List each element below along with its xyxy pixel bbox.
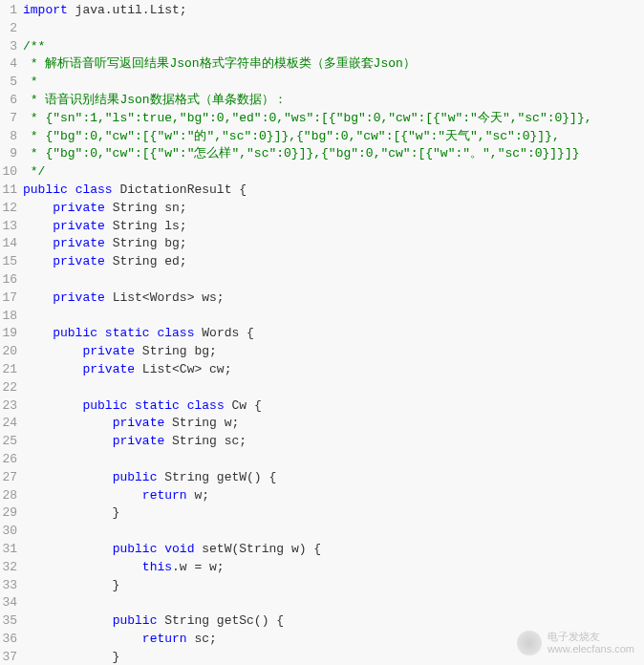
- code-line[interactable]: * {"sn":1,"ls":true,"bg":0,"ed":0,"ws":[…: [23, 110, 644, 128]
- token-kw: private: [113, 416, 165, 430]
- line-number: 32: [0, 559, 17, 577]
- code-line[interactable]: * {"bg":0,"cw":[{"w":"怎么样","sc":0}]},{"b…: [23, 145, 644, 163]
- token-kw: private: [113, 434, 165, 448]
- code-line[interactable]: }: [23, 577, 644, 595]
- watermark-text: 电子发烧友 www.elecfans.com: [547, 631, 634, 655]
- line-number: 26: [0, 451, 17, 469]
- code-line[interactable]: * 解析语音听写返回结果Json格式字符串的模板类（多重嵌套Json）: [23, 55, 644, 74]
- line-number: 14: [0, 235, 17, 253]
- token-comment: * {"bg":0,"cw":[{"w":"怎么样","sc":0}]},{"b…: [23, 146, 580, 161]
- token-kw: private: [53, 254, 105, 268]
- line-number: 21: [0, 361, 17, 379]
- line-number: 3: [0, 38, 17, 56]
- line-number: 2: [0, 20, 17, 38]
- code-line[interactable]: [23, 271, 644, 290]
- line-number: 16: [0, 271, 17, 290]
- token-comment: */: [23, 164, 45, 179]
- code-line[interactable]: return w;: [23, 487, 644, 505]
- line-number: 13: [0, 218, 17, 236]
- token-kw: static: [105, 326, 150, 340]
- line-number: 8: [0, 128, 17, 146]
- code-line[interactable]: private String w;: [23, 415, 644, 433]
- code-line[interactable]: private List<Words> ws;: [23, 290, 644, 308]
- line-number: 36: [0, 631, 17, 649]
- line-number: 5: [0, 74, 17, 92]
- token-kw: public: [53, 326, 97, 340]
- code-line[interactable]: private String ed;: [23, 253, 644, 271]
- token-comment: /**: [23, 39, 45, 54]
- code-line[interactable]: */: [23, 163, 644, 182]
- line-number: 7: [0, 110, 17, 128]
- token-kw: void: [164, 542, 194, 556]
- token-kw: return: [142, 632, 187, 646]
- code-line[interactable]: import java.util.List;: [23, 2, 644, 20]
- line-gutter: 1234567891011121314151617181920212223242…: [0, 2, 23, 665]
- line-number: 20: [0, 343, 17, 361]
- code-line[interactable]: public String getSc() {: [23, 612, 644, 631]
- code-line[interactable]: this.w = w;: [23, 559, 644, 577]
- token-comment: * 语音识别结果Json数据格式（单条数据）：: [23, 93, 287, 107]
- code-line[interactable]: [23, 451, 644, 469]
- line-number: 4: [0, 55, 17, 74]
- token-kw: this: [142, 560, 172, 574]
- line-number: 28: [0, 487, 17, 505]
- line-number: 29: [0, 504, 17, 523]
- token-comment: * 解析语音听写返回结果Json格式字符串的模板类（多重嵌套Json）: [23, 56, 416, 71]
- code-line[interactable]: private String sc;: [23, 433, 644, 451]
- code-line[interactable]: * 语音识别结果Json数据格式（单条数据）：: [23, 92, 644, 110]
- line-number: 1: [0, 2, 17, 20]
- code-line[interactable]: [23, 594, 644, 612]
- token-kw: private: [53, 236, 105, 250]
- code-line[interactable]: public class DictationResult {: [23, 182, 644, 200]
- line-number: 27: [0, 469, 17, 487]
- code-line[interactable]: private String bg;: [23, 343, 644, 361]
- code-line[interactable]: private String bg;: [23, 235, 644, 253]
- token-kw: private: [53, 201, 105, 215]
- code-line[interactable]: public void setW(String w) {: [23, 541, 644, 559]
- token-comment: * {"bg":0,"cw":[{"w":"的","sc":0}]},{"bg"…: [23, 129, 560, 143]
- line-number: 6: [0, 92, 17, 110]
- line-number: 34: [0, 594, 17, 612]
- token-kw: public: [113, 613, 158, 628]
- line-number: 22: [0, 379, 17, 397]
- code-line[interactable]: public static class Cw {: [23, 397, 644, 416]
- token-kw: public: [113, 470, 158, 484]
- watermark-icon: [517, 631, 542, 655]
- line-number: 31: [0, 541, 17, 559]
- token-comment: *: [23, 75, 38, 89]
- code-line[interactable]: public static class Words {: [23, 325, 644, 343]
- line-number: 17: [0, 290, 17, 308]
- line-number: 30: [0, 523, 17, 541]
- token-kw: import: [23, 3, 68, 17]
- line-number: 25: [0, 433, 17, 451]
- code-area[interactable]: import java.util.List; /** * 解析语音听写返回结果J…: [23, 2, 644, 665]
- code-line[interactable]: [23, 20, 644, 38]
- token-kw: private: [53, 290, 105, 305]
- watermark-url: www.elecfans.com: [547, 643, 634, 655]
- line-number: 33: [0, 577, 17, 595]
- code-line[interactable]: public String getW() {: [23, 469, 644, 487]
- line-number: 19: [0, 325, 17, 343]
- code-line[interactable]: }: [23, 504, 644, 523]
- token-kw: public: [113, 542, 158, 556]
- line-number: 18: [0, 308, 17, 326]
- token-kw: class: [157, 326, 194, 340]
- token-kw: class: [75, 182, 113, 197]
- line-number: 24: [0, 415, 17, 433]
- token-kw: private: [82, 362, 135, 376]
- watermark: 电子发烧友 www.elecfans.com: [517, 631, 634, 655]
- token-kw: private: [82, 344, 135, 358]
- code-line[interactable]: [23, 379, 644, 397]
- line-number: 11: [0, 182, 17, 200]
- code-line[interactable]: /**: [23, 38, 644, 56]
- code-line[interactable]: *: [23, 74, 644, 92]
- code-line[interactable]: private List<Cw> cw;: [23, 361, 644, 379]
- line-number: 9: [0, 145, 17, 163]
- code-line[interactable]: private String ls;: [23, 218, 644, 236]
- token-kw: public: [23, 182, 68, 197]
- code-line[interactable]: * {"bg":0,"cw":[{"w":"的","sc":0}]},{"bg"…: [23, 128, 644, 146]
- code-line[interactable]: private String sn;: [23, 200, 644, 218]
- code-line[interactable]: [23, 523, 644, 541]
- token-kw: private: [53, 219, 105, 233]
- code-line[interactable]: [23, 308, 644, 326]
